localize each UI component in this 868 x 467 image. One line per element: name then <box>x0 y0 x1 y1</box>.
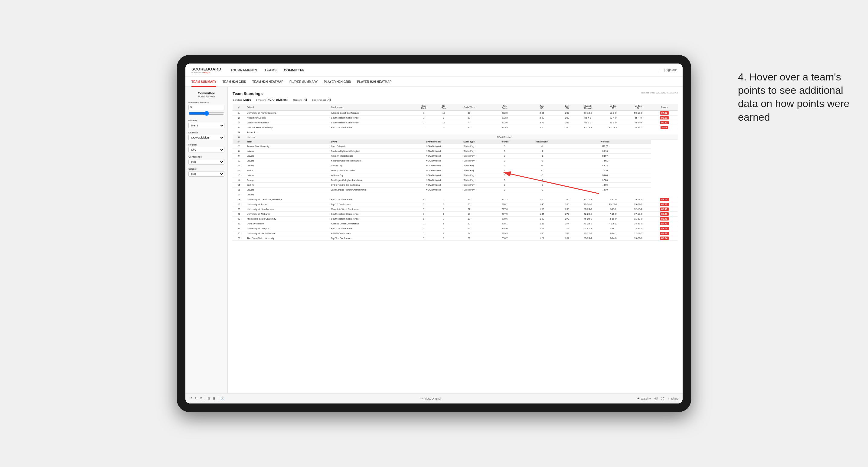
cell-points[interactable]: 88.71 <box>651 221 678 226</box>
cell-rank: 20 <box>232 207 245 212</box>
committee-portal-header: Committee Portal Review <box>188 91 224 98</box>
table-row: 26 The Ohio State University Big Ten Con… <box>232 236 678 241</box>
redo-icon[interactable]: ↻ <box>195 397 197 401</box>
toolbar-left: ↺ ↻ ⟳ ⧉ ⊞ 🕐 <box>190 396 225 401</box>
cell-overall: 42-31-3 <box>575 202 600 207</box>
cell-points[interactable]: 88.54 <box>651 226 678 231</box>
nav-tournaments[interactable]: TOURNAMENTS <box>230 68 257 72</box>
undo-icon[interactable]: ↺ <box>190 397 192 401</box>
cell-points[interactable] <box>651 130 678 135</box>
division-select[interactable]: NCAA Division I <box>188 135 224 141</box>
cell-event-div: NCAA Division I <box>413 183 453 188</box>
cell-rounds: 3 <box>485 183 525 188</box>
cell-vs25: 6-12-0 <box>600 197 625 202</box>
cell-points[interactable]: 97.02 <box>651 111 678 116</box>
cell-event: The Cypress Point Classic <box>329 168 413 173</box>
cell-avg-sg: 2.86 <box>524 111 559 116</box>
cell-points[interactable]: 88.94 <box>651 236 678 241</box>
cell-points[interactable]: 83.39 <box>651 231 678 236</box>
cell-rank: 5 <box>232 130 245 135</box>
cell-avg-sg: 2.73 <box>524 120 559 125</box>
cell-avg-sg: 2.82 <box>524 116 559 120</box>
cell-rounds: 3 <box>485 173 525 178</box>
tab-player-h2h-heatmap[interactable]: PLAYER H2H HEATMAP <box>357 77 392 87</box>
paste-icon[interactable]: ⊞ <box>213 397 215 401</box>
cell-low-sg: 272 <box>559 212 575 217</box>
table-row: 2 Auburn University Southeastern Confere… <box>232 116 678 120</box>
cell-points[interactable]: 88.70 <box>651 202 678 207</box>
cell-points[interactable]: 78.5 <box>651 125 678 130</box>
sign-out-button[interactable]: | Sign out <box>659 68 677 72</box>
view-original-button[interactable]: 👁 View: Original <box>421 397 441 400</box>
refresh-icon[interactable]: ⟳ <box>200 397 203 401</box>
cell-vs50: 55-4-0 <box>626 116 651 120</box>
cell-vs25: 3-14-1 <box>600 231 625 236</box>
nav-committee[interactable]: COMMITTEE <box>284 68 305 72</box>
tab-team-h2h-grid[interactable]: TEAM H2H GRID <box>222 77 246 87</box>
update-time: Update time: 13/03/2024 10:03:42 <box>641 91 678 94</box>
cell-conference: Southeastern Conference <box>329 217 413 221</box>
cell-bnds-wins: 25 <box>453 202 485 207</box>
cell-bnds-wins: 22 <box>453 207 485 212</box>
gender-select[interactable]: Men's <box>188 123 224 128</box>
cell-school: East Tei <box>245 183 330 188</box>
cell-low-sg: 270 <box>559 217 575 221</box>
cell-points[interactable]: 88.43 <box>651 212 678 217</box>
cell-bnds-wins: 24 <box>453 231 485 236</box>
cell-points[interactable]: 93.31 <box>651 116 678 120</box>
cell-rank-impact: +1 <box>524 163 559 168</box>
table-row: 23 Duke University Atlantic Coast Confer… <box>232 221 678 226</box>
table-body: 1 University of North Carolina Atlantic … <box>232 111 678 241</box>
cell-vs50: 58-24-1 <box>626 125 651 130</box>
table-row: 13 Univers Williams Cup NCAA Division I … <box>232 173 678 178</box>
share-button[interactable]: ⬆ Share <box>668 397 678 400</box>
gender-filter: Gender: Men's <box>232 98 251 101</box>
cell-points[interactable]: 88.49 <box>651 207 678 212</box>
cell-low-sg: 271 <box>559 226 575 231</box>
cell-conference: Big 12 Conference <box>329 202 413 207</box>
copy-icon[interactable]: ⧉ <box>208 397 210 401</box>
cell-rank: 10 <box>232 158 245 163</box>
min-rounds-input[interactable] <box>188 105 224 110</box>
toolbar-separator-2 <box>218 396 218 401</box>
cell-vs50: 50-10-0 <box>626 111 651 116</box>
conference-select[interactable]: (All) <box>188 159 224 164</box>
conference-filter: Conference: All <box>312 98 331 101</box>
min-rounds-slider[interactable] <box>188 111 224 116</box>
nav-teams[interactable]: TEAMS <box>265 68 277 72</box>
cell-vs50: 23-21-0 <box>626 226 651 231</box>
toolbar-center: 👁 View: Original <box>228 397 634 400</box>
clock-icon[interactable]: 🕐 <box>220 397 225 401</box>
cell-points[interactable]: 88.07 <box>651 197 678 202</box>
cell-no-tour <box>434 130 453 135</box>
detail-col-event: Event <box>329 140 413 144</box>
col-avg-sg: Avg.SG <box>524 104 559 111</box>
tab-team-h2h-heatmap[interactable]: TEAM H2H HEATMAP <box>252 77 283 87</box>
cell-overall: 71-22-2 <box>575 221 600 226</box>
watch-button[interactable]: 👁 Watch ▾ <box>637 397 651 400</box>
gender-filter-label: Gender: <box>232 99 242 101</box>
cell-rank-impact: +1 <box>524 154 559 158</box>
cell-rank: 3 <box>232 120 245 125</box>
cell-rounds: 3 <box>485 188 525 192</box>
standings-table: # School Conference ConfRank NoTour Bnds… <box>232 104 678 241</box>
cell-no-tour: 8 <box>434 231 453 236</box>
main-content: Committee Portal Review Minimum Rounds G… <box>185 87 683 393</box>
cell-school: Arizona State University <box>245 144 330 149</box>
tab-player-h2h-grid[interactable]: PLAYER H2H GRID <box>324 77 351 87</box>
detail-col-team: Team <box>245 140 330 144</box>
cell-event-type: Stroke Play <box>453 149 485 154</box>
detail-header-row: # Team Event Event Division Event Type R… <box>232 140 678 144</box>
tab-team-summary[interactable]: TEAM SUMMARY <box>191 77 216 87</box>
cell-event: 2023 Sahalee Players Championship <box>329 188 413 192</box>
cell-points[interactable]: 83.41 <box>651 217 678 221</box>
region-select[interactable]: N/A <box>188 147 224 152</box>
cell-overall: 53-41-1 <box>575 226 600 231</box>
comment-button[interactable]: 💬 <box>654 397 658 400</box>
cell-vs25: 33-19-1 <box>600 125 625 130</box>
cell-points[interactable]: 90.32 <box>651 120 678 125</box>
expand-button[interactable]: ⛶ <box>661 397 664 400</box>
cell-school: University of California, Berkeley <box>245 197 330 202</box>
school-select[interactable]: (All) <box>188 171 224 177</box>
tab-player-summary[interactable]: PLAYER SUMMARY <box>289 77 318 87</box>
